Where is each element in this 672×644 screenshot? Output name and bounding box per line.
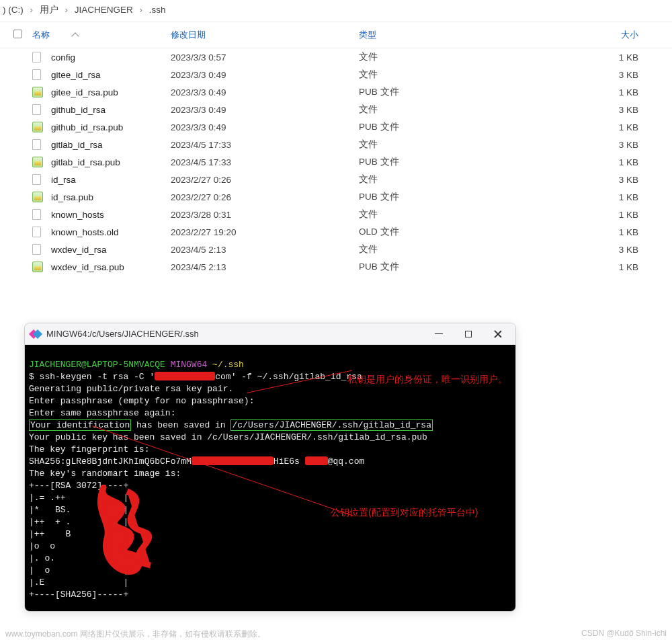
file-row[interactable]: gitlab_id_rsa.pub2023/4/5 17:33PUB 文件1 K… — [0, 153, 672, 171]
file-size: 1 KB — [513, 157, 672, 167]
file-icon — [32, 227, 51, 237]
file-row[interactable]: known_hosts2023/3/28 0:31文件1 KB — [0, 206, 672, 223]
file-name: known_hosts — [51, 210, 171, 220]
file-size: 1 KB — [513, 122, 672, 132]
bc-drive[interactable]: ) (C:) — [3, 5, 24, 15]
file-icon — [32, 52, 51, 63]
file-type: 文件 — [359, 69, 513, 81]
file-date: 2023/2/27 0:26 — [171, 175, 359, 185]
pub-file-icon — [32, 192, 51, 202]
chevron-right-icon: › — [140, 5, 143, 15]
file-icon — [32, 139, 51, 150]
file-size: 3 KB — [513, 105, 672, 115]
file-date: 2023/3/3 0:49 — [171, 70, 359, 80]
col-name-label: 名称 — [32, 30, 50, 40]
file-row[interactable]: id_rsa.pub2023/2/27 0:26PUB 文件1 KB — [0, 188, 672, 206]
file-name: known_hosts.old — [51, 227, 171, 237]
file-type: 文件 — [359, 208, 513, 220]
file-row[interactable]: github_id_rsa2023/3/3 0:49文件3 KB — [0, 101, 672, 118]
file-name: github_id_rsa.pub — [51, 122, 171, 132]
file-row[interactable]: gitee_id_rsa.pub2023/3/3 0:49PUB 文件1 KB — [0, 83, 672, 101]
file-name: config — [51, 52, 171, 63]
file-size: 3 KB — [513, 175, 672, 185]
file-type: PUB 文件 — [359, 121, 513, 133]
footer-left: www.toymoban.com 网络图片仅供展示，非存储，如有侵权请联系删除。 — [5, 629, 265, 640]
minimize-button[interactable] — [429, 327, 448, 341]
file-name: gitee_id_rsa — [51, 70, 171, 80]
file-row[interactable]: gitlab_id_rsa2023/4/5 17:33文件3 KB — [0, 136, 672, 153]
file-row[interactable]: gitee_id_rsa2023/3/3 0:49文件3 KB — [0, 66, 672, 83]
col-name[interactable]: 名称 — [32, 29, 171, 41]
term-line: Enter passphrase (empty for no passphras… — [29, 396, 254, 406]
file-row[interactable]: id_rsa2023/2/27 0:26文件3 KB — [0, 171, 672, 188]
file-type: OLD 文件 — [359, 226, 513, 238]
file-size: 1 KB — [513, 87, 672, 97]
bc-folder[interactable]: .ssh — [149, 5, 166, 15]
file-row[interactable]: wxdev_id_rsa2023/4/5 2:13文件3 KB — [0, 241, 672, 258]
public-key-line: Your public key has been saved in /c/Use… — [29, 432, 427, 442]
file-date: 2023/3/3 0:49 — [171, 122, 359, 132]
pub-file-icon — [32, 157, 51, 167]
file-row[interactable]: wxdev_id_rsa.pub2023/4/5 2:13PUB 文件1 KB — [0, 258, 672, 276]
chevron-right-icon: › — [65, 5, 69, 15]
private-key-path: /c/Users/JIACHENGER/.ssh/gitlab_id_rsa — [230, 419, 432, 431]
file-size: 3 KB — [513, 140, 672, 150]
file-name: gitlab_id_rsa.pub — [51, 157, 171, 167]
file-name: wxdev_id_rsa — [51, 245, 171, 255]
file-size: 1 KB — [513, 52, 672, 63]
window-controls — [429, 327, 511, 341]
col-date[interactable]: 修改日期 — [171, 29, 359, 41]
file-type: 文件 — [359, 104, 513, 116]
bc-user[interactable]: JIACHENGER — [75, 5, 133, 15]
maximize-button[interactable] — [459, 327, 478, 341]
col-size[interactable]: 大小 — [513, 29, 672, 41]
bc-users[interactable]: 用户 — [40, 5, 58, 15]
file-type: PUB 文件 — [359, 191, 513, 203]
file-date: 2023/2/27 0:26 — [171, 192, 359, 202]
sort-asc-icon — [71, 32, 79, 40]
col-type[interactable]: 类型 — [359, 29, 513, 41]
titlebar[interactable]: MINGW64:/c/Users/JIACHENGER/.ssh — [25, 323, 515, 345]
identification-line: Your identification — [29, 419, 131, 431]
file-name: wxdev_id_rsa.pub — [51, 262, 171, 272]
redacted-qq — [305, 456, 328, 465]
window-title: MINGW64:/c/Users/JIACHENGER/.ssh — [46, 329, 424, 339]
chevron-right-icon: › — [30, 5, 34, 15]
file-size: 3 KB — [513, 70, 672, 80]
file-date: 2023/4/5 2:13 — [171, 245, 359, 255]
select-all-checkbox[interactable] — [13, 30, 32, 40]
mingw-icon — [30, 329, 41, 339]
file-row[interactable]: github_id_rsa.pub2023/3/3 0:49PUB 文件1 KB — [0, 118, 672, 136]
file-type: PUB 文件 — [359, 261, 513, 273]
file-name: id_rsa.pub — [51, 192, 171, 202]
file-icon — [32, 174, 51, 185]
pub-file-icon — [32, 261, 51, 272]
file-size: 1 KB — [513, 262, 672, 272]
file-date: 2023/4/5 17:33 — [171, 157, 359, 167]
terminal-window: MINGW64:/c/Users/JIACHENGER/.ssh JIACHEN… — [24, 323, 516, 612]
close-button[interactable] — [489, 327, 507, 341]
file-row[interactable]: config2023/3/3 0:57文件1 KB — [0, 48, 672, 66]
file-type: 文件 — [359, 173, 513, 186]
breadcrumb[interactable]: ) (C:) › 用户 › JIACHENGER › .ssh — [0, 0, 672, 22]
file-list: config2023/3/3 0:57文件1 KBgitee_id_rsa202… — [0, 48, 672, 276]
file-icon — [32, 209, 51, 220]
file-type: PUB 文件 — [359, 86, 513, 98]
redacted-email — [155, 372, 215, 380]
file-row[interactable]: known_hosts.old2023/2/27 19:20OLD 文件1 KB — [0, 223, 672, 241]
pub-file-icon — [32, 87, 51, 97]
file-size: 3 KB — [513, 245, 672, 255]
pub-file-icon — [32, 122, 51, 132]
file-type: 文件 — [359, 138, 513, 151]
file-name: gitlab_id_rsa — [51, 140, 171, 150]
file-type: PUB 文件 — [359, 156, 513, 168]
file-icon — [32, 69, 51, 80]
term-line: Enter same passphrase again: — [29, 408, 175, 418]
prompt-cwd: ~/.ssh — [212, 360, 244, 370]
file-type: 文件 — [359, 51, 513, 63]
file-size: 1 KB — [513, 210, 672, 220]
file-icon — [32, 104, 51, 115]
file-size: 1 KB — [513, 227, 672, 237]
terminal-body[interactable]: JIACHENGER@LAPTOP-5NMVACQE MINGW64 ~/.ss… — [25, 345, 515, 611]
file-date: 2023/4/5 2:13 — [171, 262, 359, 272]
